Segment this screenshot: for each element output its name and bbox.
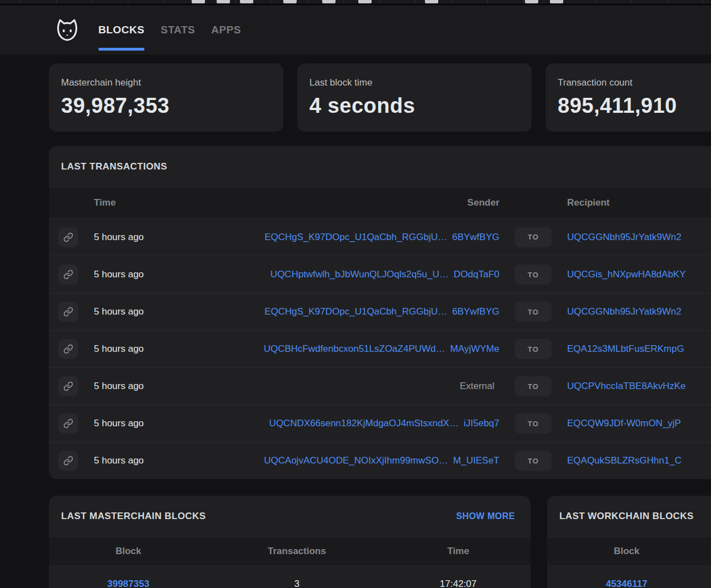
transaction-row: 5 hours ago EQCHgS_K97DOpc_U1QaCbh_RGGbj… — [49, 293, 711, 330]
to-badge: TO — [515, 302, 552, 322]
column-header-block: Block — [614, 546, 639, 557]
last-transactions-title-row: LAST TRANSACTIONS — [49, 146, 711, 187]
stat-label: Transaction count — [558, 77, 711, 88]
transaction-link-button[interactable] — [58, 339, 78, 359]
tx-sender-address-end[interactable]: 6BYwfBYG — [452, 232, 499, 243]
stat-cards: Masterchain height 39,987,353 Last block… — [49, 63, 711, 132]
transaction-row: 5 hours ago UQCAojvACU4ODE_NOIxXjIhm99mw… — [49, 442, 711, 479]
tx-sender-address-end[interactable]: MAyjWYMe — [450, 343, 499, 355]
column-header-transactions: Transactions — [268, 546, 326, 557]
tx-time: 5 hours ago — [94, 232, 237, 243]
tx-sender: EQCHgS_K97DOpc_U1QaCbh_RGGbjU… 6BYwfBYG — [264, 306, 499, 317]
tx-recipient-address[interactable]: EQCQW9JDf-W0mON_yjP — [567, 418, 711, 429]
workchain-table-header: Block — [547, 537, 711, 566]
tx-time: 5 hours ago — [94, 455, 237, 466]
link-icon — [63, 418, 73, 428]
tx-sender-address[interactable]: UQCNDX66senn182KjMdgaOJ4mStsxndX… — [269, 418, 459, 429]
last-transactions-card: LAST TRANSACTIONS Time Sender Recipient … — [49, 146, 711, 479]
bottom-sections: LAST MASTERCHAIN BLOCKS SHOW MORE Block … — [49, 496, 711, 588]
tx-sender-address-end[interactable]: M_UIESeT — [453, 455, 499, 466]
workchain-table-body: 45346117 — [547, 566, 711, 588]
column-header-recipient: Recipient — [567, 197, 711, 208]
transactions-table-body: 5 hours ago EQCHgS_K97DOpc_U1QaCbh_RGGbj… — [49, 218, 711, 479]
transaction-link-button[interactable] — [58, 376, 78, 396]
cat-logo-icon — [55, 18, 79, 42]
masterchain-title: LAST MASTERCHAIN BLOCKS — [61, 511, 206, 522]
link-icon — [63, 270, 73, 280]
link-icon — [63, 232, 73, 242]
block-number-link[interactable]: 39987353 — [107, 579, 149, 588]
transaction-link-button[interactable] — [58, 413, 78, 433]
transaction-link-button[interactable] — [58, 227, 78, 247]
browser-tab-strip — [0, 0, 711, 5]
show-more-button[interactable]: SHOW MORE — [456, 511, 515, 521]
tx-sender-address[interactable]: UQCAojvACU4ODE_NOIxXjIhm99mwSO… — [264, 455, 448, 466]
stat-value: 895,411,910 — [558, 94, 711, 118]
transaction-row: 5 hours ago External TO UQCPVhccIaTBE8Ak… — [49, 367, 711, 405]
link-icon — [63, 307, 73, 317]
tx-time: 5 hours ago — [94, 269, 237, 280]
stat-label: Masterchain height — [61, 77, 271, 88]
to-badge: TO — [515, 339, 552, 359]
column-header-block: Block — [116, 546, 141, 557]
to-badge: TO — [515, 413, 552, 433]
stat-card: Last block time 4 seconds — [297, 63, 532, 132]
tx-sender: UQCAojvACU4ODE_NOIxXjIhm99mwSO… M_UIESeT — [264, 455, 499, 466]
tx-time: 5 hours ago — [94, 381, 237, 392]
tx-sender-address-end[interactable]: iJI5ebq7 — [464, 418, 499, 429]
masterchain-table-body: 39987353 3 17:42:07 — [49, 566, 530, 588]
nav-tab[interactable]: STATS — [161, 5, 195, 54]
tx-time: 5 hours ago — [94, 306, 237, 317]
column-header-time: Time — [447, 546, 469, 557]
tx-time: 5 hours ago — [94, 343, 237, 355]
masterchain-table-header: Block Transactions Time — [49, 537, 530, 566]
workchain-title: LAST WORKCHAIN BLOCKS — [559, 511, 694, 522]
transactions-table-header: Time Sender Recipient — [49, 187, 711, 218]
to-badge: TO — [515, 265, 552, 285]
tx-recipient-address[interactable]: EQA12s3MLbtFusERKmpG — [567, 343, 711, 355]
tx-sender-address-end[interactable]: DOdqTaF0 — [454, 269, 499, 280]
stat-label: Last block time — [309, 77, 519, 88]
to-badge: TO — [515, 227, 552, 247]
tx-recipient-address[interactable]: UQCGGNbh95JrYatk9Wn2 — [567, 306, 711, 317]
tx-sender: UQCNDX66senn182KjMdgaOJ4mStsxndX… iJI5eb… — [269, 418, 499, 429]
top-nav: BLOCKS STATS APPS — [0, 5, 711, 54]
tx-time: 5 hours ago — [94, 418, 237, 429]
last-transactions-title: LAST TRANSACTIONS — [61, 161, 167, 172]
block-number-link[interactable]: 45346117 — [606, 579, 648, 588]
transaction-link-button[interactable] — [58, 302, 78, 322]
tx-recipient-address[interactable]: UQCPVhccIaTBE8AkvHzKe — [567, 381, 711, 392]
tx-sender: External — [460, 381, 499, 392]
link-icon — [63, 381, 73, 391]
tx-recipient-address[interactable]: EQAQukSBLZRsGHhn1_C — [567, 455, 711, 466]
tx-recipient-address[interactable]: UQCGGNbh95JrYatk9Wn2 — [567, 232, 711, 243]
stat-value: 4 seconds — [309, 94, 519, 118]
workchain-block-row: 45346117 — [547, 566, 711, 588]
masterchain-title-row: LAST MASTERCHAIN BLOCKS SHOW MORE — [49, 496, 530, 537]
link-icon — [63, 344, 73, 354]
to-badge: TO — [515, 451, 552, 471]
nav-tab[interactable]: BLOCKS — [98, 5, 144, 54]
nav-tab[interactable]: APPS — [211, 5, 241, 54]
workchain-title-row: LAST WORKCHAIN BLOCKS — [547, 496, 711, 537]
cat-logo[interactable] — [54, 17, 80, 43]
tx-sender-address[interactable]: External — [460, 381, 494, 392]
column-header-time: Time — [94, 197, 237, 208]
transaction-link-button[interactable] — [58, 265, 78, 285]
transaction-row: 5 hours ago UQCHptwfwlh_bJbWunQLJOqls2q5… — [49, 256, 711, 293]
to-badge: TO — [515, 376, 552, 396]
transaction-link-button[interactable] — [58, 451, 78, 471]
transaction-row: 5 hours ago UQCNDX66senn182KjMdgaOJ4mSts… — [49, 405, 711, 442]
page-content: Masterchain height 39,987,353 Last block… — [0, 54, 711, 588]
tx-sender-address[interactable]: EQCHgS_K97DOpc_U1QaCbh_RGGbjU… — [264, 232, 447, 243]
tx-sender-address[interactable]: UQCHptwfwlh_bJbWunQLJOqls2q5u_U… — [271, 269, 449, 280]
tx-sender-address[interactable]: UQCBHcFwdfenbcxon51LsZOaZ4PUWd… — [264, 343, 445, 355]
tx-sender-address[interactable]: EQCHgS_K97DOpc_U1QaCbh_RGGbjU… — [264, 306, 447, 317]
masterchain-block-row: 39987353 3 17:42:07 — [49, 566, 530, 588]
block-transactions-count: 3 — [294, 579, 299, 588]
tx-sender: EQCHgS_K97DOpc_U1QaCbh_RGGbjU… 6BYwfBYG — [264, 232, 499, 243]
tx-sender-address-end[interactable]: 6BYwfBYG — [452, 306, 499, 317]
tx-sender: UQCHptwfwlh_bJbWunQLJOqls2q5u_U… DOdqTaF… — [271, 269, 499, 280]
tx-recipient-address[interactable]: UQCGis_hNXpwHA8dAbKY — [567, 269, 711, 280]
last-workchain-blocks-card: LAST WORKCHAIN BLOCKS Block 45346117 — [547, 496, 711, 588]
